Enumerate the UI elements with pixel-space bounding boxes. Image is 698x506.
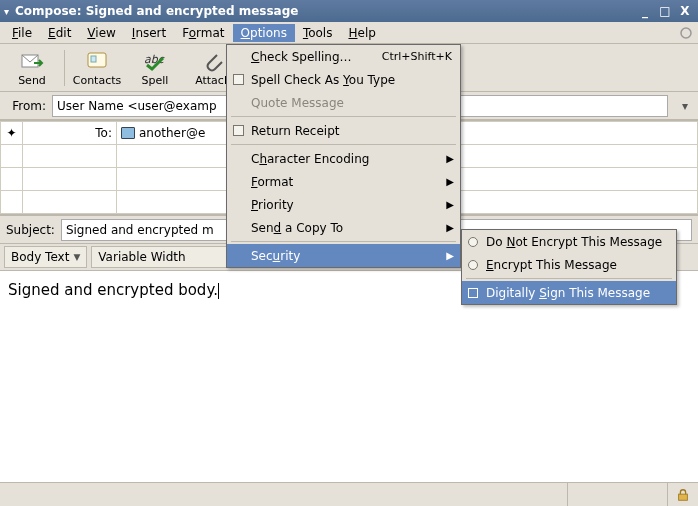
throbber-icon (678, 25, 694, 41)
contacts-icon (85, 49, 109, 73)
window-menu-icon[interactable]: ▾ (4, 6, 9, 17)
menu-item-label: Digitally Sign This Message (486, 286, 650, 300)
menu-check-spelling[interactable]: Check Spelling… Ctrl+Shift+K (227, 45, 460, 68)
from-label: From: (6, 99, 46, 113)
svg-rect-5 (679, 494, 688, 500)
send-icon (20, 49, 44, 73)
options-menu: Check Spelling… Ctrl+Shift+K Spell Check… (226, 44, 461, 268)
menu-format[interactable]: Format (174, 24, 232, 42)
send-button[interactable]: Send (4, 46, 60, 90)
menu-format-submenu[interactable]: Format ▶ (227, 170, 460, 193)
menu-item-label: Encrypt This Message (486, 258, 617, 272)
recipient-type-icon[interactable]: ✦ (1, 122, 23, 145)
checkbox-icon (468, 288, 478, 298)
spell-button[interactable]: abc Spell (127, 46, 183, 90)
menu-item-label: Spell Check As You Type (251, 73, 395, 87)
menu-tools[interactable]: Tools (295, 24, 341, 42)
address-card-icon (121, 127, 135, 139)
menu-separator (231, 116, 456, 117)
menu-item-label: Quote Message (251, 96, 344, 110)
menu-insert[interactable]: Insert (124, 24, 174, 42)
chevron-down-icon: ▼ (73, 252, 80, 262)
checkbox-icon (233, 125, 244, 136)
spell-label: Spell (142, 74, 169, 87)
status-section (568, 483, 668, 506)
menu-bar: File Edit View Insert Format Options Too… (0, 22, 698, 44)
menu-help[interactable]: Help (340, 24, 383, 42)
spell-icon: abc (143, 49, 167, 73)
submenu-arrow-icon: ▶ (446, 176, 454, 187)
font-value: Variable Width (98, 250, 185, 264)
menu-separator (231, 144, 456, 145)
submenu-arrow-icon: ▶ (446, 222, 454, 233)
menu-priority[interactable]: Priority ▶ (227, 193, 460, 216)
status-bar (0, 482, 698, 506)
menu-character-encoding[interactable]: Character Encoding ▶ (227, 147, 460, 170)
menu-separator (466, 278, 672, 279)
minimize-button[interactable]: _ (636, 3, 654, 19)
text-cursor (218, 283, 219, 299)
menu-view[interactable]: View (79, 24, 123, 42)
body-text: Signed and encrypted body. (8, 281, 218, 299)
menu-item-label: Send a Copy To (251, 221, 343, 235)
radio-icon (468, 237, 478, 247)
menu-edit[interactable]: Edit (40, 24, 79, 42)
subject-label: Subject: (6, 223, 55, 237)
menu-accelerator: Ctrl+Shift+K (382, 50, 452, 63)
radio-icon (468, 260, 478, 270)
window-title: Compose: Signed and encrypted message (15, 4, 634, 18)
menu-item-label: Do Not Encrypt This Message (486, 235, 662, 249)
menu-do-not-encrypt[interactable]: Do Not Encrypt This Message (462, 230, 676, 253)
menu-return-receipt[interactable]: Return Receipt (227, 119, 460, 142)
menu-item-label: Security (251, 249, 300, 263)
toolbar-separator (64, 50, 65, 86)
menu-file[interactable]: File (4, 24, 40, 42)
menu-item-label: Check Spelling… (251, 50, 352, 64)
menu-options[interactable]: Options (233, 24, 295, 42)
menu-item-label: Return Receipt (251, 124, 339, 138)
menu-digitally-sign[interactable]: Digitally Sign This Message (462, 281, 676, 304)
title-bar: ▾ Compose: Signed and encrypted message … (0, 0, 698, 22)
submenu-arrow-icon: ▶ (446, 250, 454, 261)
menu-item-label: Character Encoding (251, 152, 369, 166)
submenu-arrow-icon: ▶ (446, 199, 454, 210)
menu-spell-as-you-type[interactable]: Spell Check As You Type (227, 68, 460, 91)
submenu-arrow-icon: ▶ (446, 153, 454, 164)
menu-separator (231, 241, 456, 242)
menu-quote-message: Quote Message (227, 91, 460, 114)
paragraph-style-combo[interactable]: Body Text ▼ (4, 246, 87, 268)
attach-icon (201, 49, 225, 73)
checkbox-icon (233, 74, 244, 85)
menu-item-label: Format (251, 175, 293, 189)
menu-item-label: Priority (251, 198, 294, 212)
from-dropdown-icon[interactable]: ▾ (678, 99, 692, 113)
svg-point-0 (681, 28, 691, 38)
security-lock-icon[interactable] (668, 488, 698, 502)
recipient-to-label[interactable]: To: (23, 122, 117, 145)
security-submenu: Do Not Encrypt This Message Encrypt This… (461, 229, 677, 305)
send-label: Send (18, 74, 46, 87)
close-button[interactable]: X (676, 3, 694, 19)
svg-rect-3 (91, 56, 96, 62)
maximize-button[interactable]: □ (656, 3, 674, 19)
contacts-label: Contacts (73, 74, 122, 87)
menu-encrypt[interactable]: Encrypt This Message (462, 253, 676, 276)
menu-security[interactable]: Security ▶ (227, 244, 460, 267)
contacts-button[interactable]: Contacts (69, 46, 125, 90)
paragraph-style-value: Body Text (11, 250, 69, 264)
menu-send-copy-to[interactable]: Send a Copy To ▶ (227, 216, 460, 239)
status-section (0, 483, 568, 506)
recipient-address: another@e (139, 126, 205, 140)
